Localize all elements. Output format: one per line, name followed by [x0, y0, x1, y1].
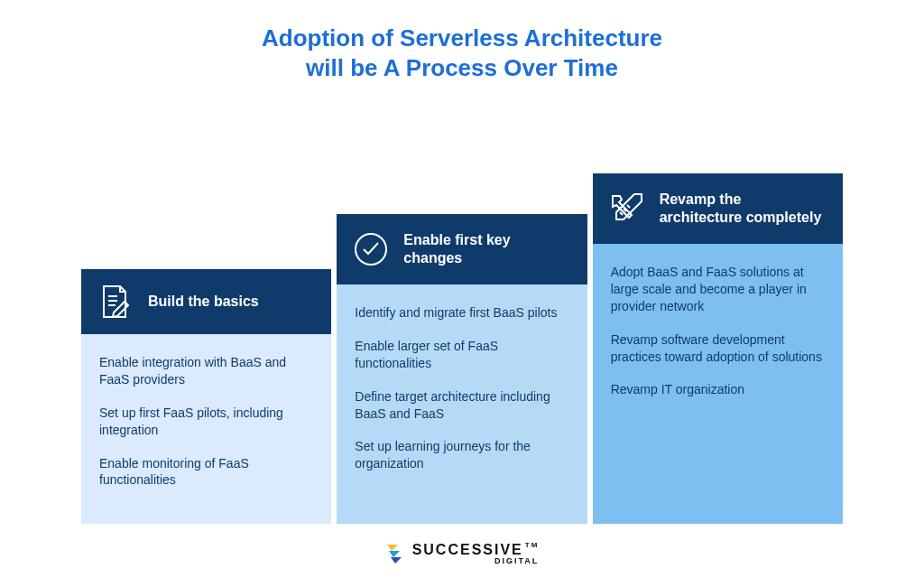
- step-3-label: Revamp the architecture completely: [660, 191, 827, 227]
- step-1-header: Build the basics: [81, 269, 331, 334]
- list-item: Enable monitoring of FaaS functionalitie…: [99, 455, 313, 489]
- list-item: Enable larger set of FaaS functionalitie…: [355, 338, 568, 372]
- brand-mark-icon: [385, 542, 405, 565]
- step-2-label: Enable first key changes: [403, 231, 570, 267]
- page-title: Adoption of Serverless Architecture will…: [0, 0, 924, 82]
- staircase-diagram: Build the basics Enable integration with…: [0, 173, 924, 524]
- title-line-2: will be A Process Over Time: [306, 54, 618, 81]
- step-1-label: Build the basics: [148, 293, 259, 311]
- svg-line-6: [620, 212, 623, 215]
- step-2-header: Enable first key changes: [337, 214, 587, 284]
- step-2: Enable first key changes Identify and mi…: [337, 214, 587, 524]
- list-item: Enable integration with BaaS and FaaS pr…: [99, 354, 313, 388]
- brand-tm: TM: [525, 541, 540, 549]
- brand-logo: SUCCESSIVE TM DIGITAL: [385, 542, 540, 565]
- circle-check-icon: [351, 229, 391, 269]
- step-1: Build the basics Enable integration with…: [81, 269, 331, 524]
- step-3-body: Adopt BaaS and FaaS solutions at large s…: [593, 244, 843, 524]
- list-item: Revamp IT organization: [611, 381, 825, 398]
- step-1-body: Enable integration with BaaS and FaaS pr…: [81, 334, 331, 524]
- list-item: Identify and migrate first BaaS pilots: [355, 304, 568, 322]
- title-line-1: Adoption of Serverless Architecture: [262, 24, 662, 51]
- svg-point-3: [356, 234, 386, 265]
- step-3-header: Revamp the architecture completely: [593, 173, 843, 244]
- step-2-body: Identify and migrate first BaaS pilots E…: [337, 284, 587, 524]
- list-item: Set up first FaaS pilots, including inte…: [99, 405, 313, 439]
- list-item: Adopt BaaS and FaaS solutions at large s…: [611, 264, 825, 315]
- footer: SUCCESSIVE TM DIGITAL: [0, 542, 924, 565]
- svg-line-4: [627, 205, 630, 208]
- list-item: Revamp software development practices to…: [611, 331, 825, 366]
- brand-text: SUCCESSIVE TM DIGITAL: [412, 542, 540, 565]
- list-item: Set up learning journeys for the organiz…: [355, 438, 568, 472]
- list-item: Define target architecture including Baa…: [355, 388, 568, 423]
- hammer-ruler-icon: [607, 189, 647, 228]
- step-3: Revamp the architecture completely Adopt…: [593, 173, 843, 524]
- document-pencil-icon: [96, 282, 135, 322]
